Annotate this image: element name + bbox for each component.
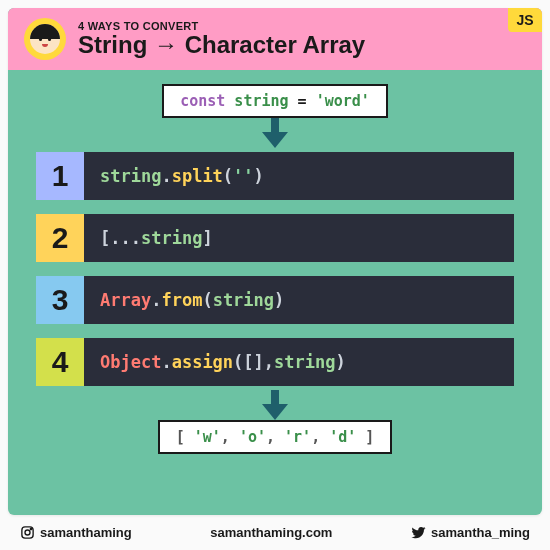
method-row: 4Object.assign([], string) <box>36 338 514 386</box>
method-number: 1 <box>36 152 84 200</box>
method-code: Array.from(string) <box>84 276 514 324</box>
header-text: 4 WAYS TO CONVERT String → Character Arr… <box>78 20 526 58</box>
input-code: const string = 'word' <box>162 84 388 118</box>
method-number: 2 <box>36 214 84 262</box>
method-row: 3Array.from(string) <box>36 276 514 324</box>
twitter-handle: samantha_ming <box>431 525 530 540</box>
body: const string = 'word' 1string.split('')2… <box>8 70 542 515</box>
arrow-down-icon <box>262 118 288 148</box>
method-code: Object.assign([], string) <box>84 338 514 386</box>
svg-point-1 <box>25 530 30 535</box>
website-link: samanthaming.com <box>210 525 332 540</box>
instagram-handle: samanthaming <box>40 525 132 540</box>
instagram-icon <box>20 525 35 540</box>
method-row: 2[...string] <box>36 214 514 262</box>
output-code: [ 'w', 'o', 'r', 'd' ] <box>158 420 393 454</box>
twitter-link: samantha_ming <box>411 525 530 540</box>
instagram-link: samanthaming <box>20 525 132 540</box>
method-number: 4 <box>36 338 84 386</box>
subtitle: 4 WAYS TO CONVERT <box>78 20 526 32</box>
method-code: string.split('') <box>84 152 514 200</box>
card: 4 WAYS TO CONVERT String → Character Arr… <box>8 8 542 515</box>
header: 4 WAYS TO CONVERT String → Character Arr… <box>8 8 542 70</box>
avatar <box>24 18 66 60</box>
svg-point-2 <box>30 528 31 529</box>
method-number: 3 <box>36 276 84 324</box>
page-title: String → Character Array <box>78 32 526 58</box>
methods-list: 1string.split('')2[...string]3Array.from… <box>36 152 514 386</box>
twitter-icon <box>411 525 426 540</box>
method-code: [...string] <box>84 214 514 262</box>
js-badge: JS <box>508 8 542 32</box>
arrow-down-icon <box>262 390 288 420</box>
footer: samanthaming samanthaming.com samantha_m… <box>0 523 550 550</box>
method-row: 1string.split('') <box>36 152 514 200</box>
